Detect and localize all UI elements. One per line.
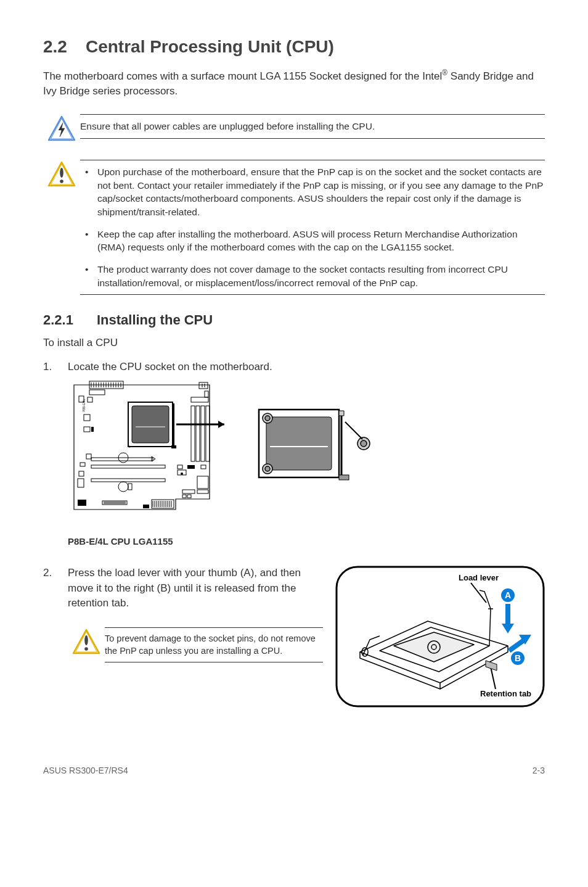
step-2-text: Press the load lever with your thumb (A)…: [68, 567, 301, 609]
page-title: 2.2Central Processing Unit (CPU): [43, 37, 545, 57]
svg-rect-33: [205, 391, 208, 397]
subsection-heading: Installing the CPU: [97, 312, 213, 328]
svg-point-29: [129, 445, 131, 447]
svg-rect-41: [80, 463, 85, 466]
svg-rect-63: [143, 505, 149, 508]
svg-text:P8B-E/4L: P8B-E/4L: [82, 398, 86, 412]
svg-point-49: [181, 472, 183, 475]
svg-rect-43: [91, 465, 165, 468]
label-b: B: [515, 653, 521, 663]
svg-rect-32: [199, 382, 208, 389]
figure-caption: P8B-E/4L CPU LGA1155: [68, 535, 228, 548]
exclaim-icon: [72, 629, 100, 659]
socket-closeup: [253, 403, 376, 489]
caution-box: Upon purchase of the motherboard, ensure…: [43, 154, 545, 299]
exclaim-icon: [47, 161, 76, 192]
svg-point-52: [118, 482, 128, 492]
caution-item: The product warranty does not cover dama…: [80, 263, 545, 289]
svg-rect-46: [78, 479, 84, 487]
svg-rect-22: [88, 397, 92, 402]
subsection-number: 2.2.1: [43, 312, 73, 328]
svg-rect-56: [182, 490, 195, 493]
caution-item: Upon purchase of the motherboard, ensure…: [80, 165, 545, 219]
svg-rect-87: [339, 475, 349, 480]
svg-rect-35: [191, 406, 195, 461]
svg-rect-36: [196, 406, 200, 461]
caution-item: Keep the cap after installing the mother…: [80, 228, 545, 254]
small-caution-box: To prevent damage to the socket pins, do…: [43, 627, 323, 662]
footer-right: 2-3: [533, 765, 545, 775]
svg-rect-26: [91, 427, 94, 432]
motherboard-diagram: P8B-E/4L: [68, 379, 228, 548]
small-caution-text: To prevent damage to the socket pins, do…: [105, 627, 323, 662]
svg-point-5: [60, 179, 63, 183]
svg-rect-57: [182, 495, 186, 498]
svg-point-83: [265, 466, 270, 471]
svg-rect-79: [266, 417, 332, 470]
svg-rect-24: [84, 415, 90, 421]
svg-rect-47: [178, 465, 182, 469]
svg-point-4: [60, 168, 63, 178]
svg-point-92: [84, 647, 88, 651]
lightning-icon: [47, 115, 76, 146]
page-footer: ASUS RS300-E7/RS4 2-3: [43, 759, 545, 775]
warning-text: Ensure that all power cables are unplugg…: [80, 114, 545, 139]
step-1-text: Locate the CPU socket on the motherboard…: [68, 361, 272, 373]
svg-rect-20: [89, 390, 105, 395]
svg-point-85: [361, 440, 367, 447]
svg-rect-38: [206, 406, 210, 461]
preamble: To install a CPU: [43, 336, 545, 351]
intro-paragraph: The motherboard comes with a surface mou…: [43, 68, 545, 99]
lever-diagram: Load lever A B Retention tab: [335, 566, 545, 710]
svg-rect-58: [187, 495, 191, 498]
svg-rect-59: [78, 500, 86, 506]
svg-rect-51: [201, 465, 206, 469]
svg-line-88: [345, 422, 362, 439]
svg-rect-40: [86, 454, 91, 459]
svg-marker-99: [502, 624, 514, 633]
svg-rect-42: [91, 458, 153, 461]
svg-rect-34: [191, 397, 208, 402]
svg-rect-37: [201, 406, 205, 461]
warning-box: Ensure that all power cables are unplugg…: [43, 108, 545, 150]
svg-rect-28: [132, 406, 169, 443]
svg-rect-44: [91, 479, 165, 482]
section-number: 2.2: [43, 37, 67, 56]
label-a: A: [505, 590, 511, 600]
svg-rect-55: [197, 490, 208, 493]
step-1: Locate the CPU socket on the motherboard…: [43, 360, 545, 548]
subsection-title: 2.2.1Installing the CPU: [43, 312, 545, 328]
svg-line-97: [471, 583, 486, 603]
svg-rect-31: [171, 445, 176, 448]
retention-tab-label: Retention tab: [480, 689, 531, 698]
step-2: Press the load lever with your thumb (A)…: [43, 566, 323, 611]
svg-marker-77: [218, 421, 224, 428]
svg-rect-53: [128, 484, 132, 490]
footer-left: ASUS RS300-E7/RS4: [43, 765, 128, 775]
svg-point-81: [265, 416, 270, 421]
svg-rect-25: [84, 427, 90, 432]
svg-rect-54: [197, 476, 208, 489]
section-title: Central Processing Unit (CPU): [86, 37, 334, 56]
load-lever-label: Load lever: [459, 573, 499, 582]
svg-rect-50: [187, 465, 195, 469]
caution-list: Upon purchase of the motherboard, ensure…: [80, 165, 545, 290]
svg-rect-60: [102, 501, 127, 505]
svg-rect-45: [79, 471, 84, 476]
svg-point-91: [84, 635, 88, 645]
